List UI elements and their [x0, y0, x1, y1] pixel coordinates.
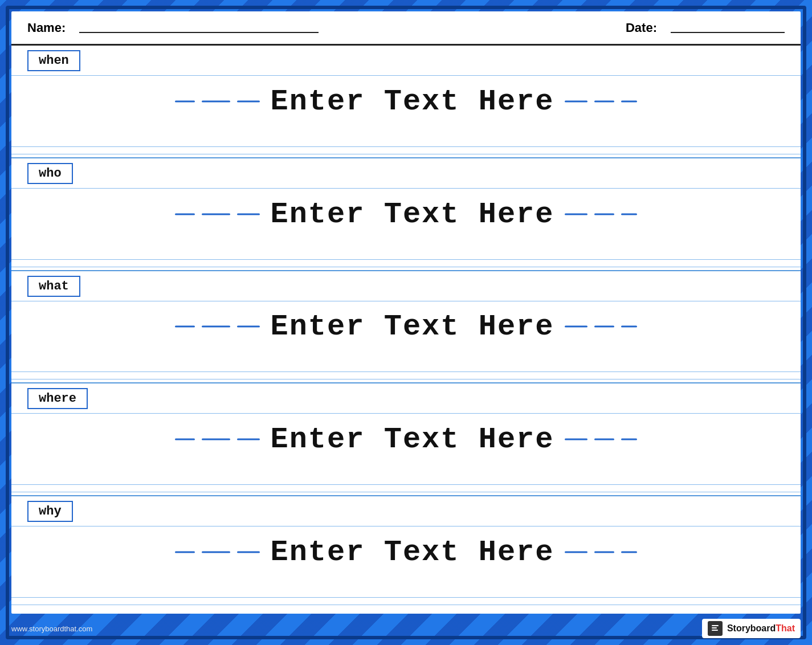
section-inner-where: where Enter Text Here	[11, 383, 801, 495]
ruling-bot2-who	[11, 267, 801, 267]
name-label: Name:	[27, 21, 66, 35]
section-when: when Enter Text Here	[11, 46, 801, 158]
dash1	[175, 552, 195, 553]
ruling-bot1-why	[11, 597, 801, 598]
ruling-top-when	[11, 75, 801, 76]
text-row-who: Enter Text Here	[11, 197, 801, 231]
dash4	[565, 100, 587, 102]
label-tag-where: where	[27, 388, 88, 409]
label-tag-why: why	[27, 501, 73, 522]
ruling-bot1-who	[11, 259, 801, 260]
ruling-bot2-where	[11, 492, 801, 492]
dash5	[594, 326, 614, 328]
section-where: where Enter Text Here	[11, 383, 801, 496]
placeholder-text-why[interactable]: Enter Text Here	[263, 536, 561, 569]
dash5	[594, 213, 614, 215]
dash2	[202, 100, 230, 102]
dash6	[621, 100, 637, 102]
section-inner-why: why Enter Text Here	[11, 496, 801, 608]
dash1	[175, 213, 195, 215]
placeholder-text-where[interactable]: Enter Text Here	[263, 423, 561, 456]
ruling-bot1-what	[11, 372, 801, 372]
text-row-where: Enter Text Here	[11, 423, 801, 456]
dash1	[175, 100, 195, 102]
content-area: when Enter Text Here	[11, 46, 801, 614]
date-label: Date:	[626, 21, 657, 35]
main-card: Name: Date: when Enter Text Here	[11, 11, 801, 614]
dash4	[565, 213, 587, 215]
brand-icon	[708, 621, 723, 636]
ruling-bot2-what	[11, 379, 801, 379]
section-inner-what: what Enter Text Here	[11, 271, 801, 383]
footer: www.storyboardthat.com StoryboardThat	[11, 619, 801, 638]
dash6	[621, 326, 637, 328]
dash4	[565, 552, 587, 553]
dash3	[237, 213, 260, 215]
label-tag-who: who	[27, 163, 73, 184]
svg-rect-3	[712, 630, 718, 631]
dash5	[594, 439, 614, 440]
text-row-when: Enter Text Here	[11, 84, 801, 118]
brand-name: StoryboardThat	[727, 623, 795, 634]
ruling-bot1-when	[11, 146, 801, 147]
dash2	[202, 326, 230, 328]
svg-rect-2	[712, 627, 717, 628]
svg-rect-1	[712, 625, 719, 626]
ruling-top-where	[11, 413, 801, 414]
dash5	[594, 100, 614, 102]
dash1	[175, 326, 195, 328]
ruling-top-who	[11, 188, 801, 189]
section-what: what Enter Text Here	[11, 271, 801, 384]
dash2	[202, 552, 230, 553]
text-row-why: Enter Text Here	[11, 536, 801, 569]
name-line[interactable]	[79, 23, 319, 33]
ruling-bot2-when	[11, 154, 801, 154]
header: Name: Date:	[11, 11, 801, 46]
dash3	[237, 326, 260, 328]
dash5	[594, 552, 614, 553]
placeholder-text-who[interactable]: Enter Text Here	[263, 197, 561, 231]
text-row-what: Enter Text Here	[11, 310, 801, 344]
date-line[interactable]	[671, 23, 785, 33]
dash6	[621, 213, 637, 215]
dash6	[621, 552, 637, 553]
section-inner-when: when Enter Text Here	[11, 46, 801, 157]
ruling-top-why	[11, 526, 801, 526]
ruling-top-what	[11, 301, 801, 301]
dash4	[565, 439, 587, 440]
dash3	[237, 439, 260, 440]
dash6	[621, 439, 637, 440]
footer-brand: StoryboardThat	[702, 619, 801, 638]
dash1	[175, 439, 195, 440]
dash3	[237, 100, 260, 102]
section-who: who Enter Text Here	[11, 158, 801, 271]
ruling-bot2-why	[11, 605, 801, 605]
section-why: why Enter Text Here	[11, 496, 801, 608]
placeholder-text-when[interactable]: Enter Text Here	[263, 84, 561, 118]
ruling-bot1-where	[11, 484, 801, 485]
dash4	[565, 326, 587, 328]
label-tag-when: when	[27, 50, 80, 71]
dash2	[202, 439, 230, 440]
footer-url: www.storyboardthat.com	[11, 624, 92, 633]
placeholder-text-what[interactable]: Enter Text Here	[263, 310, 561, 344]
dash2	[202, 213, 230, 215]
label-tag-what: what	[27, 276, 80, 297]
dash3	[237, 552, 260, 553]
section-inner-who: who Enter Text Here	[11, 158, 801, 270]
